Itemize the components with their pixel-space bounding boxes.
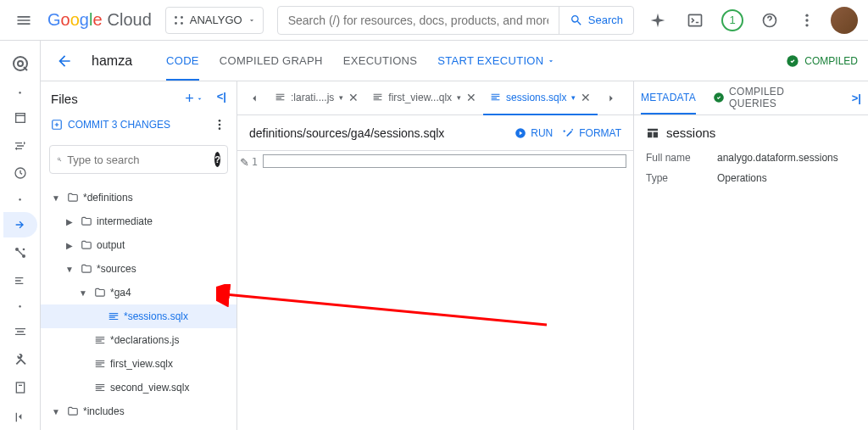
code-line[interactable]: [263, 154, 626, 168]
more-vert-icon[interactable]: [790, 3, 824, 37]
tree-item[interactable]: ▼*definitions: [41, 186, 236, 209]
search-icon: [57, 153, 62, 166]
sidebar-item-6[interactable]: [3, 212, 37, 238]
sidebar-item-3[interactable]: [3, 132, 37, 159]
svg-point-23: [219, 124, 221, 126]
files-title: Files: [51, 92, 78, 106]
sidebar-item-12[interactable]: [3, 374, 37, 400]
file-search-input[interactable]: [67, 154, 209, 166]
format-button[interactable]: FORMAT: [563, 127, 621, 139]
sidebar-item-8[interactable]: [3, 267, 37, 293]
metadata-row: Full nameanalygo.dataform.sessions: [646, 152, 856, 164]
commit-changes-button[interactable]: COMMIT 3 CHANGES: [51, 119, 170, 131]
tree-item[interactable]: first_view.sqlx: [41, 352, 236, 376]
tree-item[interactable]: second_view.sqlx: [41, 376, 236, 399]
filepath: definitions/sources/ga4/sessions.sqlx: [249, 126, 504, 140]
tree-item[interactable]: ▼*includes: [41, 399, 236, 423]
more-vert-icon[interactable]: [213, 118, 226, 131]
sidebar-item-10[interactable]: [3, 319, 37, 345]
svg-point-1: [181, 16, 183, 19]
play-circle-icon: [515, 127, 526, 139]
svg-point-10: [18, 61, 23, 66]
tree-item[interactable]: *constants.js: [41, 423, 236, 430]
sidebar-item-4[interactable]: [3, 160, 37, 187]
editor-path-row: definitions/sources/ga4/sessions.sqlx RU…: [237, 115, 633, 151]
tree-item[interactable]: ▼*sources: [41, 257, 236, 281]
file-icon: [275, 92, 286, 103]
metadata-row: TypeOperations: [646, 172, 856, 184]
check-circle-icon: [713, 92, 725, 103]
start-execution-button[interactable]: START EXECUTION: [437, 41, 555, 81]
svg-point-17: [22, 248, 25, 250]
file-icon: [372, 92, 383, 103]
file-tree: ▼*definitions▶intermediate▶output▼*sourc…: [41, 179, 236, 430]
sidebar-item-11[interactable]: [3, 347, 37, 373]
tab-prev-icon[interactable]: [241, 85, 268, 112]
search-help-icon[interactable]: ?: [214, 152, 220, 167]
project-selector[interactable]: ANALYGO: [165, 7, 264, 34]
ai-suggest-icon[interactable]: ✎: [240, 156, 249, 169]
search-icon: [570, 14, 583, 27]
logo[interactable]: Google Cloud: [47, 10, 152, 30]
tab-next-icon[interactable]: [598, 85, 625, 112]
svg-point-0: [175, 16, 177, 19]
sidebar-collapse-icon[interactable]: [3, 404, 37, 430]
tree-item[interactable]: ▼*ga4: [41, 281, 236, 304]
line-number: 1: [237, 151, 263, 430]
editor-tab[interactable]: :larati....js▾✕: [268, 81, 365, 115]
help-icon[interactable]: [753, 3, 787, 37]
sidebar-dataform-icon[interactable]: [3, 47, 37, 80]
tab-compiled-graph[interactable]: COMPILED GRAPH: [220, 41, 323, 81]
search-input[interactable]: [278, 7, 559, 34]
hamburger-menu-icon[interactable]: [7, 3, 41, 37]
file-search[interactable]: ?: [49, 145, 228, 174]
tree-item[interactable]: *sessions.sqlx: [41, 304, 236, 328]
sidebar-item-1[interactable]: ●: [3, 81, 37, 103]
editor-tab[interactable]: first_view...qlx▾✕: [365, 81, 483, 115]
svg-rect-4: [689, 14, 702, 25]
tree-item[interactable]: *declarations.js: [41, 328, 236, 352]
search-button[interactable]: Search: [559, 7, 633, 34]
cloud-shell-icon[interactable]: [678, 3, 712, 37]
metadata-tabs: METADATA COMPILED QUERIES >|: [634, 81, 868, 115]
svg-point-3: [181, 22, 183, 25]
run-button[interactable]: RUN: [515, 127, 553, 139]
subheader-tabs: CODE COMPILED GRAPH EXECUTIONS START EXE…: [166, 41, 555, 81]
sidebar-item-9[interactable]: ●: [3, 295, 37, 317]
close-tab-icon[interactable]: ✕: [348, 91, 359, 104]
trial-badge[interactable]: 1: [715, 3, 749, 37]
file-icon: [490, 92, 501, 103]
gemini-icon[interactable]: [641, 3, 675, 37]
expand-panel-button[interactable]: >|: [852, 92, 861, 104]
sidebar-item-5[interactable]: ●: [3, 188, 37, 210]
metadata-title: sessions: [646, 126, 856, 140]
tree-item[interactable]: ▶intermediate: [41, 209, 236, 233]
chevron-down-icon: [547, 57, 555, 65]
header: Google Cloud ANALYGO Search 1: [0, 0, 868, 41]
new-file-button[interactable]: +: [185, 90, 203, 108]
compiled-badge: COMPILED: [786, 54, 858, 68]
tab-metadata[interactable]: METADATA: [641, 81, 696, 114]
close-tab-icon[interactable]: ✕: [581, 91, 591, 104]
svg-point-6: [805, 14, 808, 16]
logo-brand: Google: [47, 10, 103, 30]
editor-tab[interactable]: sessions.sqlx▾✕: [483, 81, 598, 115]
logo-product: Cloud: [108, 10, 152, 30]
close-tab-icon[interactable]: ✕: [466, 91, 476, 104]
files-panel: Files + <| COMMIT 3 CHANGES: [41, 81, 237, 430]
avatar[interactable]: [827, 3, 861, 37]
tab-code[interactable]: CODE: [166, 41, 199, 81]
collapse-panel-button[interactable]: <|: [217, 90, 226, 108]
tab-executions[interactable]: EXECUTIONS: [343, 41, 418, 81]
sidebar-item-2[interactable]: [3, 104, 37, 131]
back-button[interactable]: [51, 53, 78, 70]
tree-item[interactable]: ▶output: [41, 233, 236, 257]
code-editor[interactable]: ✎ 1: [237, 151, 633, 430]
project-name: ANALYGO: [190, 14, 242, 26]
svg-point-24: [219, 127, 221, 130]
header-actions: 1: [641, 3, 861, 37]
sidebar-item-7[interactable]: [3, 239, 37, 265]
svg-point-8: [805, 24, 808, 26]
chevron-down-icon: [248, 16, 256, 25]
svg-point-2: [175, 22, 177, 25]
